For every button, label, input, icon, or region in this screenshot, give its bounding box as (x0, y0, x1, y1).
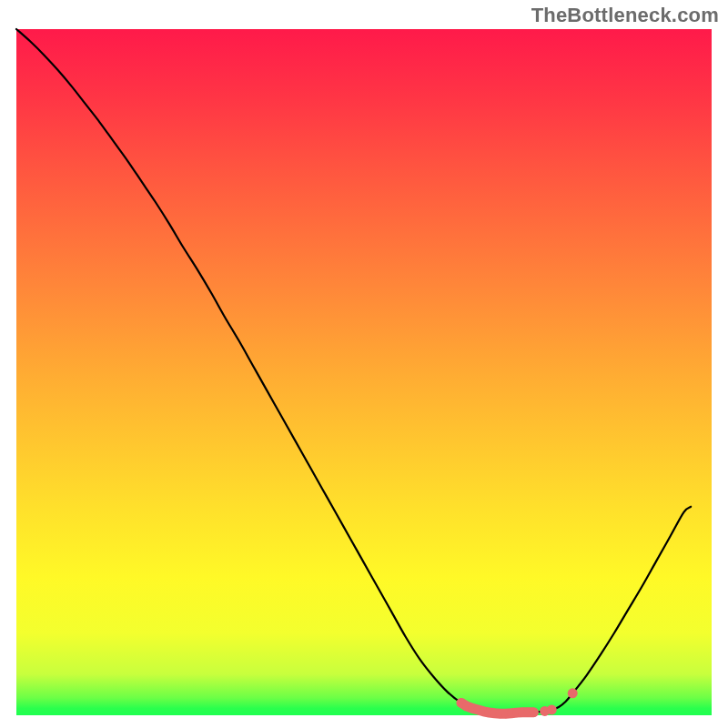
highlight-dot (529, 708, 538, 717)
gradient-background (16, 29, 712, 715)
watermark-text: TheBottleneck.com (531, 4, 719, 27)
highlight-dot (568, 688, 578, 698)
highlight-dot (547, 704, 557, 714)
plot-area (16, 29, 712, 718)
chart-svg (0, 0, 728, 728)
chart-container: TheBottleneck.com (0, 0, 728, 728)
